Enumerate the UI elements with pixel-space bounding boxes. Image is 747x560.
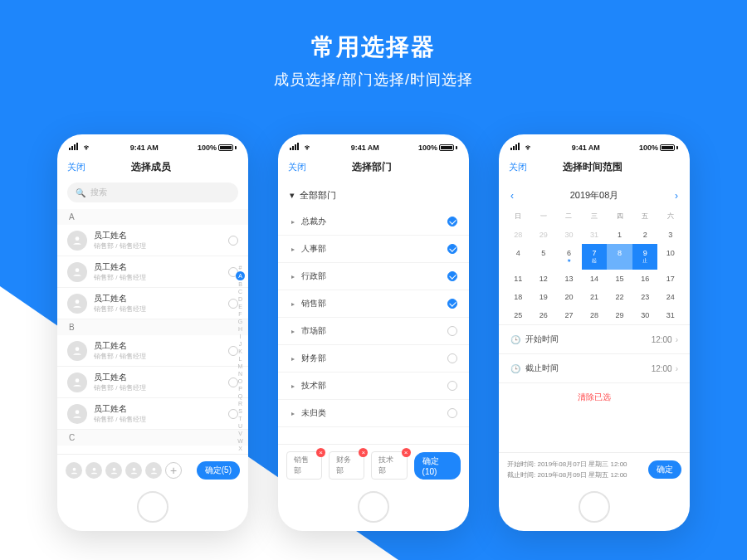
calendar-day[interactable]: 13 [556,270,582,288]
remove-chip-icon[interactable]: × [402,448,411,457]
member-row[interactable]: 员工姓名销售部 / 销售经理 [57,335,248,367]
checkbox[interactable] [447,353,457,363]
index-letter[interactable]: Q [238,392,242,400]
member-row[interactable]: 员工姓名销售部 / 销售经理 [57,367,248,398]
calendar-day[interactable]: 5 [531,244,557,270]
calendar-day[interactable]: 8 [607,244,632,270]
checkbox[interactable] [447,244,457,254]
calendar-day[interactable]: 26 [531,306,557,324]
calendar-day[interactable]: 18 [505,288,531,306]
calendar-day[interactable]: 23 [632,288,658,306]
confirm-button[interactable]: 确定(5) [197,461,240,480]
add-more-button[interactable]: + [165,462,182,479]
dept-row[interactable]: ▸行政部 [278,263,469,290]
calendar-day[interactable]: 25 [505,306,531,324]
calendar-day[interactable]: 2 [632,226,658,244]
close-button[interactable]: 关闭 [67,161,85,173]
calendar-day[interactable]: 12 [531,270,557,288]
checkbox[interactable] [447,271,457,281]
checkbox[interactable] [447,299,457,309]
selected-avatar[interactable] [85,462,102,479]
checkbox[interactable] [447,326,457,336]
calendar-day[interactable]: 24 [657,288,683,306]
calendar-day[interactable]: 9止 [632,244,658,270]
index-letter[interactable]: R [238,400,242,407]
index-letter[interactable]: C [238,288,242,295]
index-letter[interactable]: S [238,407,242,415]
member-row[interactable]: 员工姓名销售部 / 销售经理 [57,256,248,288]
home-button[interactable] [137,491,168,523]
index-letter[interactable]: X [238,445,242,452]
calendar-day[interactable]: 29 [607,306,632,324]
index-letter[interactable]: D [238,295,242,303]
calendar-day[interactable]: 14 [582,270,608,288]
selected-chip[interactable]: 财务部× [329,451,364,480]
dept-row[interactable]: ▸人事部 [278,236,469,263]
calendar-day[interactable]: 27 [556,306,582,324]
index-letter[interactable]: L [239,355,242,363]
calendar-day[interactable]: 15 [607,270,632,288]
prev-month-button[interactable]: ‹ [510,190,514,202]
calendar-day[interactable]: 30 [632,306,658,324]
index-letter[interactable]: P [238,385,242,392]
checkbox[interactable] [447,408,457,418]
confirm-button[interactable]: 确定(10) [414,452,461,480]
index-letter[interactable]: I [240,333,242,340]
calendar-day[interactable]: 4 [505,244,531,270]
home-button[interactable] [358,491,389,523]
dept-row[interactable]: ▸市场部 [278,318,469,345]
index-letter[interactable]: V [238,430,242,437]
index-letter[interactable]: B [238,280,242,288]
index-letter[interactable]: E [238,303,242,310]
index-letter[interactable]: F [238,310,242,318]
selected-avatar[interactable] [125,462,142,479]
member-row[interactable]: 员工姓名销售部 / 销售经理 [57,398,248,430]
selected-avatar[interactable] [145,462,162,479]
selected-chip[interactable]: 销售部× [286,451,322,480]
home-button[interactable] [579,491,610,523]
index-letter[interactable]: Y [238,452,242,454]
dept-row[interactable]: ▸销售部 [278,290,469,318]
index-letter[interactable]: O [238,377,242,385]
index-letter[interactable]: U [238,422,242,430]
checkbox[interactable] [447,217,457,226]
end-time-row[interactable]: 🕒 截止时间 12:00 › [499,353,690,382]
calendar-day[interactable]: 1 [607,226,632,244]
alpha-index[interactable]: #ABCDEFGHIJKLMNOPQRSTUVWXYZ [236,264,245,454]
confirm-button[interactable]: 确定 [648,460,681,479]
calendar-day[interactable]: 28 [582,306,608,324]
index-letter[interactable]: # [239,264,242,271]
close-button[interactable]: 关闭 [509,161,527,173]
checkbox[interactable] [447,381,457,391]
calendar-day[interactable]: 17 [657,270,683,288]
index-letter[interactable]: N [238,370,242,377]
calendar-day[interactable]: 31 [657,306,683,324]
dept-row[interactable]: ▸未归类 [278,400,469,427]
start-time-row[interactable]: 🕒 开始时间 12:00 › [499,324,690,353]
index-letter[interactable]: G [238,318,242,325]
remove-chip-icon[interactable]: × [316,448,325,457]
clear-button[interactable]: 清除已选 [499,382,690,411]
index-letter[interactable]: J [239,340,242,348]
calendar-day[interactable]: 16 [632,270,658,288]
selected-avatar[interactable] [105,462,122,479]
calendar-day[interactable]: 22 [607,288,632,306]
member-row[interactable]: 员工姓名销售部 / 销售经理 [57,225,248,256]
dept-row[interactable]: ▸技术部 [278,373,469,400]
index-letter[interactable]: H [238,325,242,333]
calendar-day[interactable]: 3 [657,226,683,244]
dept-row[interactable]: ▸总裁办 [278,208,469,236]
remove-chip-icon[interactable]: × [359,448,368,457]
index-letter[interactable]: K [238,348,242,355]
index-letter[interactable]: W [237,437,243,445]
calendar-day[interactable]: 10 [657,244,683,270]
radio[interactable] [228,236,238,246]
index-letter[interactable]: A [236,271,245,280]
index-letter[interactable]: T [238,415,242,422]
calendar-day[interactable]: 7起 [582,244,608,270]
selected-chip[interactable]: 技术部× [371,451,407,480]
dept-row[interactable]: ▸财务部 [278,345,469,373]
next-month-button[interactable]: › [675,190,678,202]
dept-root[interactable]: ▾ 全部部门 [278,183,469,208]
calendar-day[interactable]: 6 [556,244,582,270]
